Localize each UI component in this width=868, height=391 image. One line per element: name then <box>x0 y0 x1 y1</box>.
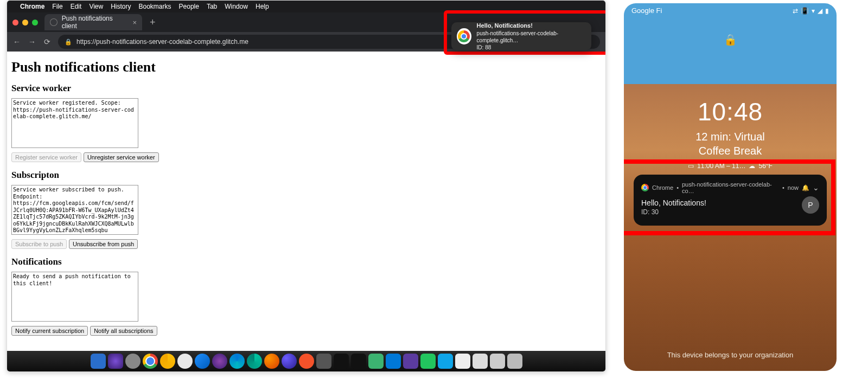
menu-view[interactable]: View <box>89 3 103 10</box>
menu-bookmarks[interactable]: Bookmarks <box>139 3 171 10</box>
calendar-event: 12 min: Virtual Coffee Break <box>624 130 837 158</box>
dock-edge-dev-icon[interactable] <box>247 354 262 369</box>
sw-status-textarea[interactable] <box>11 98 138 148</box>
notify-all-button[interactable]: Notify all subscriptions <box>90 326 157 336</box>
menu-file[interactable]: File <box>52 3 62 10</box>
window-close-icon[interactable] <box>12 20 18 25</box>
dock-launchpad-icon[interactable] <box>125 354 141 369</box>
link-icon: ⇄ <box>793 7 798 15</box>
url-text: https://push-notifications-server-codela… <box>76 38 248 46</box>
notification-app: Chrome <box>652 184 673 191</box>
notify-current-button[interactable]: Notify current subscription <box>11 326 88 336</box>
chrome-icon <box>641 184 649 191</box>
android-notification[interactable]: Chrome • push-notifications-server-codel… <box>634 175 827 226</box>
event-line1: 12 min: Virtual <box>624 130 837 144</box>
tab-close-icon[interactable]: × <box>132 18 137 27</box>
tab-title: Push notifications client <box>62 15 129 30</box>
unregister-sw-button[interactable]: Unregister service worker <box>84 152 159 162</box>
notification-time: now <box>788 184 799 191</box>
carrier-label: Google Fi <box>631 7 662 15</box>
bell-icon: 🔔 <box>802 184 809 191</box>
dock-firefox-dev-icon[interactable] <box>282 354 297 369</box>
forward-icon[interactable]: → <box>28 37 36 46</box>
sub-status-textarea[interactable] <box>11 185 138 235</box>
page-title: Push notifications client <box>11 59 601 75</box>
notif-status-textarea[interactable] <box>11 272 138 322</box>
menu-help[interactable]: Help <box>256 3 269 10</box>
reload-icon[interactable]: ⟳ <box>43 37 52 46</box>
notification-header: Chrome • push-notifications-server-codel… <box>641 181 819 194</box>
dock-app2-icon[interactable] <box>368 354 384 369</box>
dock-messages-icon[interactable] <box>420 354 436 369</box>
notification-body: ID: 88 <box>477 44 586 51</box>
new-tab-icon[interactable]: + <box>145 17 160 28</box>
notif-heading: Notifications <box>11 257 601 267</box>
menu-people[interactable]: People <box>179 3 199 10</box>
dock-terminal-icon[interactable] <box>334 354 349 369</box>
subscribe-button[interactable]: Subscribe to push <box>11 239 67 249</box>
notification-content: Hello, Notifications! push-notifications… <box>477 22 586 50</box>
android-lockscreen: Google Fi ⇄ 📳 ▾ ◢ ▮ 🔒 10:48 12 min: Virt… <box>624 3 837 371</box>
dock-firefox-icon[interactable] <box>264 354 279 369</box>
macos-notification[interactable]: Hello, Notifications! push-notifications… <box>451 22 591 50</box>
menu-window[interactable]: Window <box>225 3 248 10</box>
window-maximize-icon[interactable] <box>32 20 38 25</box>
menu-history[interactable]: History <box>111 3 131 10</box>
chrome-icon <box>457 28 471 44</box>
register-sw-button[interactable]: Register service worker <box>11 152 81 162</box>
chevron-down-icon[interactable]: ⌄ <box>813 183 819 192</box>
dock-chrome-icon[interactable] <box>143 354 158 369</box>
dock-app5-icon[interactable] <box>473 354 488 369</box>
event-line2: Coffee Break <box>624 144 837 158</box>
dock-finder-icon[interactable] <box>91 354 106 369</box>
dock-brave-icon[interactable] <box>299 354 314 369</box>
dock-safari-icon[interactable] <box>195 354 210 369</box>
status-icons: ⇄ 📳 ▾ ◢ ▮ <box>793 7 829 15</box>
dock-app4-icon[interactable] <box>455 354 470 369</box>
dock-settings-icon[interactable] <box>316 354 331 369</box>
dock-folder-icon[interactable] <box>490 354 505 369</box>
menubar-app[interactable]: Chrome <box>20 3 44 10</box>
wifi-icon: ▾ <box>812 7 815 15</box>
unsubscribe-button[interactable]: Unsubscribe from push <box>69 239 138 249</box>
vibrate-icon: 📳 <box>801 7 809 15</box>
menu-edit[interactable]: Edit <box>71 3 82 10</box>
notification-avatar: P <box>802 196 819 214</box>
dock-insiders-icon[interactable] <box>403 354 418 369</box>
org-footer: This device belongs to your organization <box>624 351 837 359</box>
dock-safari-tp-icon[interactable] <box>212 354 227 369</box>
notification-origin: push-notifications-server-codelab-co… <box>682 181 779 194</box>
notification-body: ID: 30 <box>641 208 819 216</box>
notification-title: Hello, Notifications! <box>641 198 819 207</box>
dock-trash-icon[interactable] <box>507 354 522 369</box>
macos-window: Chrome File Edit View History Bookmarks … <box>7 0 606 372</box>
favicon-icon <box>50 18 58 26</box>
dock-edge-icon[interactable] <box>229 354 245 369</box>
dock-siri-icon[interactable] <box>108 354 123 369</box>
traffic-lights <box>11 20 41 25</box>
lock-icon: 🔒 <box>624 33 837 46</box>
sw-heading: Service worker <box>11 83 601 94</box>
signal-icon: ◢ <box>818 7 822 15</box>
sub-heading: Subscripton <box>11 170 601 181</box>
back-icon[interactable]: ← <box>12 37 21 46</box>
dock-vscode-icon[interactable] <box>386 354 401 369</box>
status-bar: Google Fi ⇄ 📳 ▾ ◢ ▮ <box>624 3 837 18</box>
dock-app3-icon[interactable] <box>438 354 453 369</box>
page-content: Push notifications client Service worker… <box>7 52 605 351</box>
dock-iterm-icon[interactable] <box>351 354 366 369</box>
window-minimize-icon[interactable] <box>22 20 28 25</box>
browser-tab[interactable]: Push notifications client × <box>44 14 142 30</box>
battery-icon: ▮ <box>825 7 829 15</box>
notification-title: Hello, Notifications! <box>477 22 586 29</box>
dock-app-icon[interactable] <box>177 354 193 369</box>
notification-origin: push-notifications-server-codelab-comple… <box>477 30 586 44</box>
macos-dock <box>7 351 605 371</box>
dock-chrome-canary-icon[interactable] <box>160 354 175 369</box>
lockscreen-clock: 10:48 <box>624 97 837 126</box>
menu-tab[interactable]: Tab <box>207 3 217 10</box>
lock-icon: 🔒 <box>65 39 72 46</box>
